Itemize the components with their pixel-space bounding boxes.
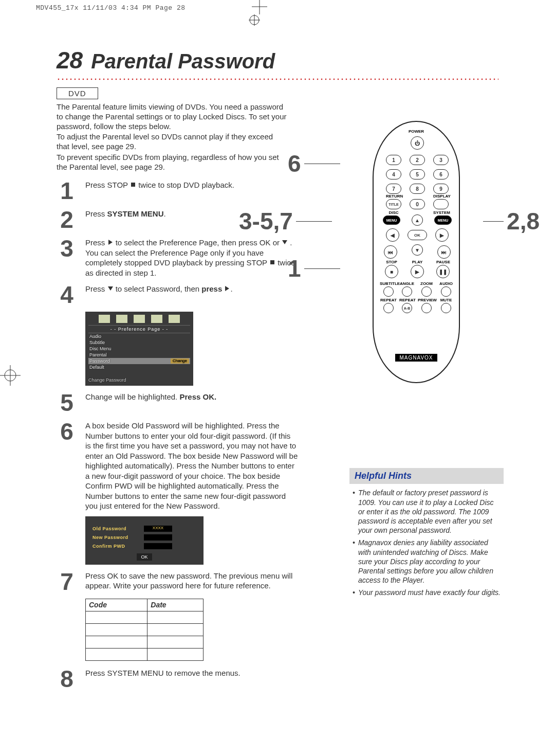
step-body-8: Press SYSTEM MENU to remove the menus. (85, 667, 298, 691)
preview-button[interactable] (421, 303, 432, 313)
svg-marker-14 (225, 286, 229, 291)
zoom-button[interactable] (421, 286, 432, 297)
disc-menu-button[interactable]: MENU (383, 215, 400, 225)
subtitle-label: SUBTITLE (380, 281, 397, 286)
num-6-button[interactable]: 6 (433, 169, 449, 179)
num-7-button[interactable]: 7 (386, 184, 401, 194)
repeat-label: REPEAT (380, 298, 397, 302)
stop-label: STOP (385, 260, 398, 264)
mute-button[interactable] (441, 303, 451, 313)
step-num-5: 5 (57, 391, 77, 415)
table-row (86, 648, 203, 660)
intro-p3: To prevent specific DVDs from playing, r… (57, 153, 288, 172)
svg-marker-11 (282, 240, 287, 244)
hint-1: The default or factory preset password i… (353, 488, 501, 535)
table-row (86, 636, 203, 648)
helpful-hints-title: Helpful Hints (349, 468, 504, 484)
step-num-7: 7 (57, 570, 77, 593)
power-label: POWER (374, 129, 459, 134)
pause-button[interactable]: ❚❚ (436, 265, 450, 278)
repeat-button[interactable] (383, 303, 394, 313)
remote-control: POWER ⏻ 1 2 3 4 5 6 7 8 9 RETURN DISPLAY… (373, 121, 460, 383)
num-0-button[interactable]: 0 (410, 199, 425, 209)
system-menu-button[interactable]: MENU (434, 215, 452, 225)
num-3-button[interactable]: 3 (433, 155, 449, 165)
step-body-5: Change will be highlighted. Press OK. (85, 391, 298, 415)
num-5-button[interactable]: 5 (410, 169, 425, 179)
display-label: DISPLAY (433, 194, 449, 199)
hint-3: Your password must have exactly four dig… (353, 588, 501, 597)
dvd-badge: DVD (57, 87, 98, 99)
system-label: SYSTEM (433, 210, 449, 215)
stop-button[interactable]: ■ (385, 265, 398, 278)
num-2-button[interactable]: 2 (410, 155, 425, 165)
step-num-2: 2 (57, 208, 77, 231)
step-body-6: A box beside Old Password will be highli… (85, 420, 298, 511)
title-button[interactable]: TITLE (386, 199, 401, 209)
preview-label: PREVIEW (418, 298, 435, 302)
step-body-1: Press STOP twice to stop DVD playback. (85, 179, 298, 203)
step-num-3: 3 (57, 237, 77, 278)
nav-up-button[interactable]: ▲ (412, 214, 423, 226)
helpful-hints-box: Helpful Hints The default or factory pre… (349, 468, 504, 603)
audio-button[interactable] (441, 286, 451, 297)
osd-preference-page: - - Preference Page - - Audio Subtitle D… (85, 312, 193, 386)
brand-label: MAGNAVOX (395, 354, 437, 362)
num-1-button[interactable]: 1 (386, 155, 401, 165)
svg-marker-10 (108, 240, 113, 245)
svg-rect-12 (270, 260, 274, 264)
callout-28: 2,8 (483, 207, 540, 235)
svg-marker-13 (108, 286, 113, 291)
table-row (86, 611, 203, 623)
step-num-1: 1 (57, 179, 77, 203)
osd-password-entry: Old Password New Password Confirm PWD OK (85, 516, 203, 565)
power-button[interactable]: ⏻ (411, 136, 424, 150)
ok-button[interactable]: OK (408, 230, 427, 240)
prev-button[interactable]: ⏮ (384, 245, 397, 259)
angle-label: ANGLE (399, 281, 415, 286)
display-button[interactable] (433, 199, 449, 209)
disc-label: DISC (386, 210, 401, 215)
page-number: 28 (57, 46, 83, 74)
angle-button[interactable] (402, 286, 412, 297)
num-4-button[interactable]: 4 (386, 169, 401, 179)
repeat-ab-label: REPEAT (399, 298, 415, 302)
svg-point-3 (250, 15, 259, 25)
step-num-4: 4 (57, 283, 77, 307)
step-body-7: Press OK to save the new password. The p… (85, 570, 298, 593)
down-icon (107, 285, 114, 292)
mute-label: MUTE (438, 298, 454, 302)
dotted-rule (57, 77, 498, 82)
callout-6: 6 (288, 150, 340, 177)
nav-right-button[interactable]: ▶ (435, 228, 449, 242)
play-label: PLAY (411, 260, 424, 264)
intro-p2: To adjust the Parental level so DVDs can… (57, 132, 288, 152)
step-body-4: Press to select Password, then press . (85, 283, 298, 307)
code-date-table: CodeDate (85, 599, 203, 661)
right-icon (224, 285, 230, 292)
return-label: RETURN (386, 194, 401, 199)
next-button[interactable]: ⏭ (437, 245, 451, 259)
hint-2: Magnavox denies any liability associated… (353, 538, 501, 585)
callout-357: 3-5,7 (239, 207, 332, 235)
audio-label: AUDIO (438, 281, 454, 286)
stop-icon (130, 182, 136, 188)
right-icon (107, 239, 114, 245)
print-header: MDV455_17x 11/11/03 4:34 PM Page 28 (36, 4, 186, 12)
svg-rect-9 (131, 183, 135, 187)
step-num-8: 8 (57, 667, 77, 691)
nav-left-button[interactable]: ◀ (386, 228, 399, 242)
nav-down-button[interactable]: ▼ (412, 244, 423, 256)
num-8-button[interactable]: 8 (410, 184, 425, 194)
repeat-ab-button[interactable]: A-B (402, 303, 412, 313)
table-row (86, 623, 203, 636)
step-body-3: Press to select the Preference Page, the… (85, 237, 298, 278)
subtitle-button[interactable] (383, 286, 394, 297)
callout-1: 1 (288, 255, 340, 282)
page-title: Parental Password (91, 50, 275, 73)
play-button[interactable]: ▶ (411, 265, 424, 278)
down-icon (282, 239, 288, 245)
num-9-button[interactable]: 9 (433, 184, 449, 194)
step-num-6: 6 (57, 420, 77, 511)
intro-p1: The Parental feature limits viewing of D… (57, 102, 288, 131)
